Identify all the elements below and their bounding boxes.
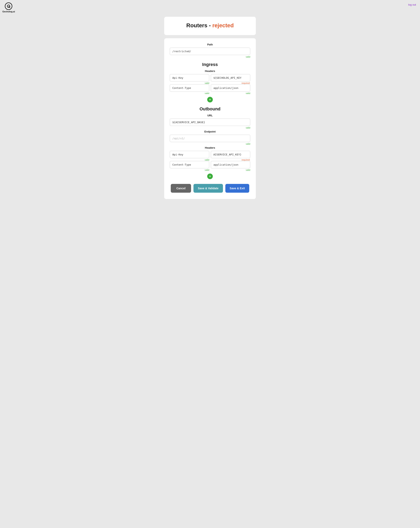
logout-link[interactable]: log out — [408, 2, 416, 6]
outbound-header2-value-valid: valid — [211, 169, 250, 171]
ingress-header1-value-required: required: — [211, 82, 250, 84]
ingress-headers-label: Headers — [170, 70, 250, 72]
logo-area: Gecholog.ai — [2, 2, 15, 13]
path-validation: valid — [170, 56, 250, 58]
endpoint-valid-text: valid — [246, 143, 250, 145]
ingress-header1-validation: valid required: — [170, 82, 250, 84]
url-field-group: URL valid — [170, 114, 250, 129]
outbound-heading: Outbound — [170, 106, 250, 112]
outbound-header2-key-input[interactable] — [170, 161, 209, 168]
outbound-headers-label: Headers — [170, 146, 250, 149]
endpoint-field-group: Endpoint valid — [170, 130, 250, 145]
ingress-header-row-2 — [170, 84, 250, 92]
title-card: Routers - rejected — [164, 17, 256, 35]
ingress-header2-value-valid: valid — [211, 92, 250, 95]
save-exit-button[interactable]: Save & Exit — [225, 184, 249, 193]
url-label: URL — [170, 114, 250, 117]
path-input[interactable] — [170, 48, 250, 55]
logo-icon — [5, 2, 12, 10]
url-validation: valid — [170, 127, 250, 129]
outbound-header1-key-valid: valid — [170, 159, 209, 161]
ingress-header1-key-valid: valid — [170, 82, 209, 84]
outbound-header-row-1 — [170, 151, 250, 158]
path-valid-text: valid — [246, 56, 250, 58]
form-card: Path valid Ingress Headers valid require… — [164, 38, 256, 199]
ingress-header1-value-input[interactable] — [211, 74, 250, 82]
ingress-header-row-1 — [170, 74, 250, 82]
ingress-header2-value-input[interactable] — [211, 84, 250, 92]
outbound-header-row-2 — [170, 161, 250, 168]
endpoint-label: Endpoint — [170, 130, 250, 133]
title-prefix: Routers - — [186, 22, 212, 28]
outbound-header2-key-valid: valid — [170, 169, 209, 171]
add-outbound-header-button[interactable]: + — [207, 174, 213, 179]
outbound-header1-value-input[interactable] — [211, 151, 250, 158]
endpoint-input[interactable] — [170, 135, 250, 142]
top-bar: Gecholog.ai log out — [0, 0, 420, 13]
ingress-header1-key-input[interactable] — [170, 74, 209, 82]
add-outbound-btn-row: + — [170, 174, 250, 179]
ingress-header2-key-valid: valid — [170, 92, 209, 95]
ingress-header2-validation: valid valid — [170, 92, 250, 95]
main-content: Routers - rejected Path valid Ingress He… — [0, 13, 420, 210]
url-input[interactable] — [170, 119, 250, 126]
outbound-header1-value-required: required: — [211, 159, 250, 161]
title-rejected: rejected — [212, 22, 234, 28]
save-validate-button[interactable]: Save & Validate — [193, 184, 223, 193]
url-valid-text: valid — [246, 127, 250, 129]
add-ingress-btn-row: + — [170, 97, 250, 102]
outbound-header1-key-input[interactable] — [170, 151, 209, 158]
outbound-header2-validation: valid valid — [170, 169, 250, 171]
ingress-header2-key-input[interactable] — [170, 84, 209, 92]
page-title: Routers - rejected — [170, 22, 250, 29]
logo-text: Gecholog.ai — [2, 10, 15, 13]
svg-point-0 — [5, 3, 12, 10]
action-buttons-row: Cancel Save & Validate Save & Exit — [170, 184, 250, 193]
endpoint-validation: valid — [170, 143, 250, 145]
ingress-heading: Ingress — [170, 62, 250, 67]
add-ingress-header-button[interactable]: + — [207, 97, 213, 102]
outbound-header1-validation: valid required: — [170, 159, 250, 161]
cancel-button[interactable]: Cancel — [171, 184, 191, 193]
path-field-group: Path valid — [170, 43, 250, 58]
outbound-header2-value-input[interactable] — [211, 161, 250, 168]
path-label: Path — [170, 43, 250, 46]
